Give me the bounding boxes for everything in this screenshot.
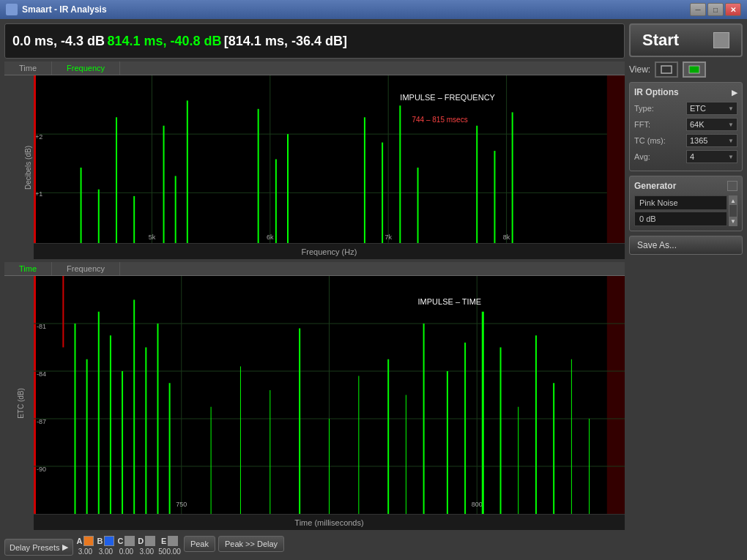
top-chart-plot[interactable]: +2 +1 5k 6k 7k 8k [34, 75, 625, 243]
top-x-label: Frequency (Hz) [302, 247, 357, 256]
preset-a-letter: A [76, 537, 82, 545]
peak-delay-button[interactable]: Peak >> Delay [218, 536, 284, 552]
save-as-button[interactable]: Save As... [629, 236, 743, 255]
scroll-track [729, 205, 737, 217]
svg-text:5k: 5k [149, 234, 156, 241]
ir-tc-value: 1365 [690, 136, 707, 145]
title-bar: Smaart - IR Analysis ─ □ ✕ [0, 0, 747, 19]
ir-type-label: Type: [634, 104, 654, 113]
preset-b-value: 3.00 [99, 548, 113, 556]
preset-d-letter: D [138, 537, 144, 545]
top-chart-tabs: Time Frequency [4, 61, 625, 75]
top-tab-frequency[interactable]: Frequency [52, 61, 120, 75]
scroll-up-arrow[interactable]: ▲ [729, 196, 737, 205]
top-x-axis: Frequency (Hz) [34, 243, 625, 259]
generator-scrollbar[interactable]: ▲ ▼ [729, 195, 737, 226]
view-filled-button[interactable] [683, 61, 706, 78]
generator-controls: Pink Noise 0 dB ▲ ▼ [634, 195, 737, 226]
svg-rect-77 [661, 66, 672, 73]
top-chart-svg: +2 +1 5k 6k 7k 8k [34, 75, 625, 243]
info-green: 814.1 ms, -40.8 dB [107, 34, 221, 49]
preset-e: E 500.00 [158, 536, 181, 556]
preset-c-value: 0.00 [119, 548, 133, 556]
preset-c-letter: C [117, 537, 123, 545]
generator-checkbox[interactable] [727, 181, 737, 191]
ir-avg-row: Avg: 4 ▼ [634, 150, 737, 163]
ir-type-arrow: ▼ [728, 105, 734, 112]
preset-a-color[interactable] [83, 536, 94, 546]
bottom-chart-plot[interactable]: -81 -84 -87 -90 750 800 [34, 276, 625, 514]
top-chart: Time Frequency Decibels (dB) [4, 61, 625, 259]
preset-d-value: 3.00 [140, 548, 154, 556]
preset-b-color[interactable] [104, 536, 114, 546]
preset-e-letter: E [161, 537, 166, 545]
preset-c: C 0.00 [117, 536, 135, 556]
preset-e-color[interactable] [168, 536, 178, 546]
ir-fft-row: FFT: 64K ▼ [634, 118, 737, 131]
bottom-y-axis: ETC (dB) [4, 276, 34, 530]
close-button[interactable]: ✕ [725, 3, 741, 16]
preset-d-color[interactable] [145, 536, 155, 546]
filled-icon [688, 65, 700, 74]
outline-icon [661, 65, 672, 74]
view-outline-button[interactable] [655, 61, 678, 78]
svg-text:7k: 7k [384, 234, 392, 241]
start-label: Start [642, 31, 679, 50]
info-bracket: [814.1 ms, -36.4 dB] [224, 34, 347, 49]
bottom-tab-frequency[interactable]: Frequency [52, 262, 120, 275]
left-panel: 0.0 ms, -4.3 dB 814.1 ms, -40.8 dB [814.… [4, 23, 625, 556]
svg-rect-12 [34, 75, 36, 243]
bottom-chart-tabs: Time Frequency [4, 262, 625, 276]
ir-fft-value: 64K [690, 120, 705, 129]
bottom-x-label: Time (milliseconds) [294, 518, 363, 527]
peak-button[interactable]: Peak [184, 536, 215, 552]
ir-fft-dropdown[interactable]: 64K ▼ [686, 118, 737, 131]
preset-b: B 3.00 [97, 536, 114, 556]
start-button[interactable]: Start [629, 23, 743, 57]
maximize-button[interactable]: □ [707, 3, 724, 16]
ir-type-value: ETC [690, 104, 706, 113]
bottom-tab-time[interactable]: Time [4, 262, 52, 275]
preset-c-top: C [117, 536, 135, 546]
scroll-down-arrow[interactable]: ▼ [729, 217, 737, 225]
svg-text:IMPULSE – FREQUENCY: IMPULSE – FREQUENCY [400, 93, 495, 102]
top-y-axis: Decibels (dB) [4, 75, 34, 259]
top-chart-inner: Decibels (dB) [4, 75, 625, 259]
top-y-title: Decibels (dB) [24, 145, 32, 189]
main-content: 0.0 ms, -4.3 dB 814.1 ms, -40.8 dB [814.… [0, 19, 747, 560]
app-icon [6, 4, 18, 15]
bottom-x-axis: Time (milliseconds) [34, 514, 625, 530]
svg-text:+1: +1 [35, 190, 42, 198]
minimize-button[interactable]: ─ [690, 3, 706, 16]
view-row: View: [629, 61, 743, 78]
preset-d-top: D [138, 536, 155, 546]
ir-avg-dropdown[interactable]: 4 ▼ [686, 150, 737, 163]
bottom-chart: Time Frequency ETC (dB) [4, 262, 625, 530]
ir-avg-arrow: ▼ [728, 154, 734, 160]
generator-values: Pink Noise 0 dB [634, 195, 727, 226]
top-tab-time[interactable]: Time [4, 61, 52, 75]
bottom-chart-svg: -81 -84 -87 -90 750 800 [34, 276, 625, 514]
window-title: Smaart - IR Analysis [22, 4, 107, 15]
title-bar-controls: ─ □ ✕ [690, 3, 741, 16]
ir-options-section: IR Options ▶ Type: ETC ▼ FFT: 64K ▼ TC (… [629, 82, 743, 171]
preset-c-color[interactable] [124, 536, 135, 546]
svg-text:800: 800 [472, 501, 483, 508]
preset-b-top: B [97, 536, 114, 546]
bottom-chart-inner: ETC (dB) [4, 276, 625, 530]
ir-options-title: IR Options [634, 87, 679, 97]
ir-fft-label: FFT: [634, 120, 650, 129]
ir-type-dropdown[interactable]: ETC ▼ [686, 102, 737, 115]
ir-tc-arrow: ▼ [728, 138, 734, 144]
ir-tc-dropdown[interactable]: 1365 ▼ [686, 134, 737, 147]
delay-presets-button[interactable]: Delay Presets ▶ [4, 539, 73, 556]
svg-rect-78 [689, 66, 699, 73]
bottom-y-title: ETC (dB) [17, 388, 25, 419]
svg-text:6k: 6k [267, 234, 274, 241]
view-label: View: [629, 64, 650, 75]
svg-text:-87: -87 [37, 418, 46, 425]
ir-avg-value: 4 [690, 152, 694, 161]
svg-text:750: 750 [176, 501, 187, 508]
svg-rect-33 [34, 276, 36, 514]
start-square-icon [713, 32, 729, 48]
